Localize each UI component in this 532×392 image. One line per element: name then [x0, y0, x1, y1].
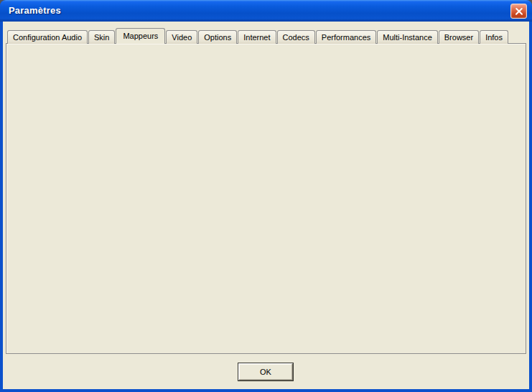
title-bar[interactable]: Paramètres	[0, 0, 532, 22]
tab-video[interactable]: Video	[166, 30, 197, 44]
tab-browser[interactable]: Browser	[439, 30, 479, 44]
mappers-tab-page	[6, 43, 526, 354]
tab-infos[interactable]: Infos	[480, 30, 508, 44]
tab-internet[interactable]: Internet	[238, 30, 276, 44]
window-title: Paramètres	[9, 5, 61, 16]
tab-multi-instance[interactable]: Multi-Instance	[377, 30, 437, 44]
tab-performances[interactable]: Performances	[316, 30, 376, 44]
tab-strip: Configuration AudioSkinMappeursVideoOpti…	[7, 28, 509, 44]
close-icon	[511, 4, 526, 18]
ok-button[interactable]: OK	[238, 363, 293, 381]
parametres-dialog: Paramètres Configuration AudioSkinMappeu…	[0, 0, 532, 392]
tab-codecs[interactable]: Codecs	[277, 30, 315, 44]
tab-configuration-audio[interactable]: Configuration Audio	[7, 30, 88, 44]
tab-skin[interactable]: Skin	[88, 30, 115, 44]
close-button[interactable]	[510, 4, 527, 19]
tab-options[interactable]: Options	[198, 30, 237, 44]
tab-mappeurs[interactable]: Mappeurs	[116, 28, 165, 44]
